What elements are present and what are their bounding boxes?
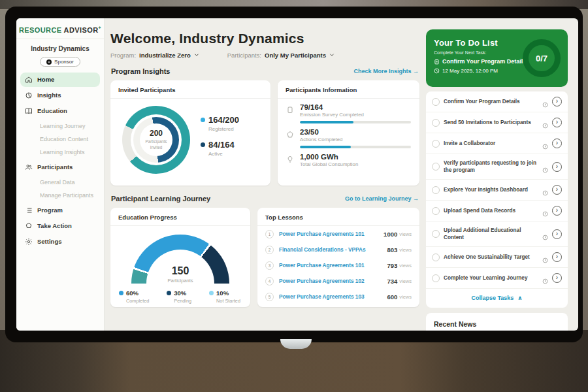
arrow-right-icon: → (413, 195, 419, 202)
clock-icon (542, 140, 548, 146)
sidebar-item-learning-journey[interactable]: Learning Journey (20, 120, 100, 133)
donut-center-value: 200 (150, 129, 163, 138)
legend-active: 84/164 Active (201, 140, 239, 157)
check-more-insights-link[interactable]: Check More Insights → (353, 68, 419, 74)
monitor-stand (280, 339, 312, 349)
home-icon (25, 76, 33, 84)
people-icon (25, 163, 33, 171)
collapse-tasks-link[interactable]: Collapse Tasks∧ (426, 289, 568, 308)
task-open-button[interactable]: › (552, 206, 562, 216)
chevron-down-icon (329, 52, 335, 58)
task-checkbox[interactable] (432, 274, 440, 282)
sidebar-item-general-data[interactable]: General Data (20, 176, 100, 189)
task-open-button[interactable]: › (552, 139, 562, 148)
lesson-row: 5 Power Purchase Agreements 103 600views (257, 289, 419, 304)
clock-icon (542, 275, 548, 281)
survey-progress-bar (300, 121, 411, 123)
task-open-button[interactable]: › (552, 185, 562, 195)
task-open-button[interactable]: › (552, 162, 562, 172)
task-row[interactable]: Verify participants requesting to join t… (426, 154, 568, 180)
chevron-right-icon: › (556, 163, 558, 170)
task-row[interactable]: Upload Additional Educational Content › (426, 221, 568, 247)
lesson-link[interactable]: Power Purchase Agreements 101 (279, 231, 384, 237)
chevron-right-icon: › (556, 119, 558, 125)
task-open-button[interactable]: › (552, 252, 562, 262)
sidebar-item-education[interactable]: Education (20, 104, 100, 118)
task-open-button[interactable]: › (552, 229, 562, 239)
legend-pending: 30% Pending (167, 289, 191, 304)
task-row[interactable]: Invite a Collaborator › (426, 133, 568, 154)
task-row[interactable]: Explore Your Insights Dashboard › (426, 180, 568, 201)
lesson-row: 3 Power Purchase Agreements 101 793views (257, 257, 419, 273)
invited-donut-chart: 200 Participants Invited (122, 106, 190, 174)
gauge-center-value: 150 (131, 265, 229, 277)
lesson-link[interactable]: Power Purchase Agreements 102 (279, 278, 387, 284)
sidebar-item-participants[interactable]: Participants (20, 160, 100, 174)
lesson-row: 2 Financial Considerations - VPPAs 803vi… (257, 242, 419, 257)
clock-icon (542, 164, 548, 170)
gauge-center-label: Participants (131, 278, 229, 284)
actions-icon (286, 130, 294, 139)
task-checkbox[interactable] (432, 119, 440, 127)
card-title: Invited Participants (110, 80, 270, 99)
insights-icon (25, 91, 33, 99)
sidebar-item-label: Home (37, 76, 54, 83)
clipboard-icon (434, 59, 440, 65)
sidebar-item-education-content[interactable]: Education Content (20, 133, 100, 146)
task-row[interactable]: Upload Spend Data Records › (426, 201, 568, 221)
task-checkbox[interactable] (432, 140, 440, 148)
todo-progress-ring: 0/7 (523, 39, 561, 77)
dashboard-screen: RESOURCE ADVISOR+ Industry Dynamics Spon… (16, 18, 578, 331)
task-row[interactable]: Achieve One Sustainability Target › (426, 247, 568, 268)
sponsor-badge[interactable]: Sponsor (40, 57, 80, 67)
task-open-button[interactable]: › (552, 273, 562, 283)
gear-icon (25, 238, 33, 246)
task-checkbox[interactable] (432, 253, 440, 261)
program-filter-label: Program: (110, 52, 136, 59)
filter-bar: Program:Industrialize Zero Participants:… (110, 52, 419, 59)
chevron-right-icon: › (556, 274, 558, 281)
task-open-button[interactable]: › (552, 97, 562, 106)
task-checkbox[interactable] (432, 163, 440, 171)
program-filter[interactable]: Program:Industrialize Zero (110, 52, 200, 59)
task-checkbox[interactable] (432, 98, 440, 106)
participants-information-card: Participants Information 79/164 Emission… (278, 80, 419, 186)
task-checkbox[interactable] (432, 207, 440, 215)
sidebar-item-settings[interactable]: Settings (20, 235, 100, 249)
task-open-button[interactable]: › (552, 118, 562, 127)
legend-completed: 60% Completed (119, 289, 149, 304)
task-checkbox[interactable] (432, 186, 440, 194)
todo-task-list: Confirm Your Program Details › Send 50 I… (426, 91, 568, 308)
task-row[interactable]: Send 50 Invitations to Participants › (426, 112, 568, 133)
sidebar-item-label: Take Action (37, 222, 72, 229)
brand-logo: RESOURCE ADVISOR+ (16, 24, 104, 39)
sidebar-item-label: Settings (37, 238, 61, 245)
sidebar-item-manage-participants[interactable]: Manage Participants (20, 189, 100, 202)
clock-icon (542, 99, 548, 105)
participants-filter-label: Participants: (227, 52, 261, 59)
task-checkbox[interactable] (432, 230, 440, 238)
participants-filter[interactable]: Participants:Only My Participants (227, 52, 335, 59)
arrow-right-icon: → (413, 68, 419, 74)
card-title: Participants Information (278, 80, 419, 99)
top-lessons-card: Top Lessons 1 Power Purchase Agreements … (257, 208, 419, 307)
sidebar: RESOURCE ADVISOR+ Industry Dynamics Spon… (16, 18, 105, 331)
lesson-link[interactable]: Power Purchase Agreements 103 (279, 293, 387, 300)
sidebar-item-program[interactable]: Program (20, 203, 100, 218)
main-content: Welcome, Industry Dynamics Program:Indus… (110, 25, 419, 331)
sponsor-icon (46, 59, 52, 65)
task-row[interactable]: Confirm Your Program Details › (426, 91, 568, 112)
sidebar-item-take-action[interactable]: Take Action (20, 219, 100, 233)
todo-hero-card: Your To Do List Complete Your Next Task:… (426, 29, 568, 87)
sidebar-item-learning-insights[interactable]: Learning Insights (20, 146, 100, 159)
go-to-learning-journey-link[interactable]: Go to Learning Journey → (345, 195, 419, 202)
task-row[interactable]: Complete Your Learning Journey › (426, 268, 568, 289)
sidebar-item-home[interactable]: Home (20, 73, 100, 87)
sidebar-divider (16, 39, 104, 39)
lesson-link[interactable]: Power Purchase Agreements 101 (279, 262, 387, 269)
sidebar-item-insights[interactable]: Insights (20, 88, 100, 103)
clock-icon (542, 187, 548, 193)
chevron-right-icon: › (556, 98, 558, 105)
lesson-link[interactable]: Financial Considerations - VPPAs (279, 246, 387, 253)
brand-secondary: ADVISOR+ (64, 26, 101, 34)
